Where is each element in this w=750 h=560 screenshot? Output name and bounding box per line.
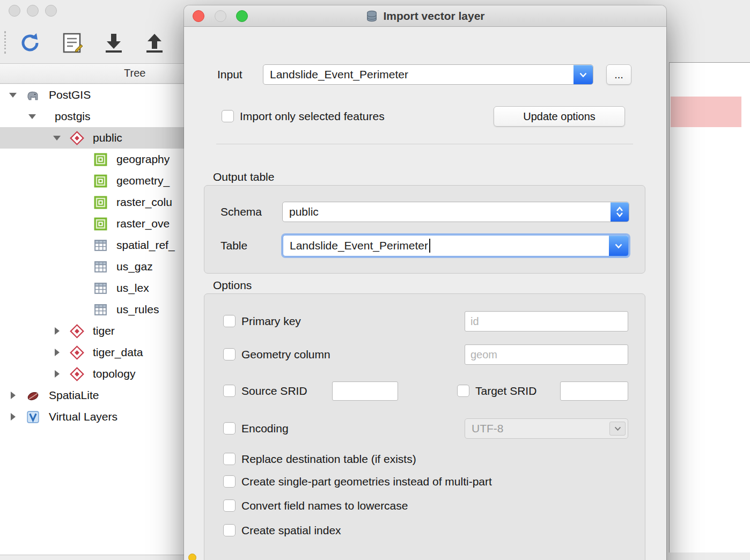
- zoom-button[interactable]: [236, 10, 248, 22]
- close-button[interactable]: [193, 10, 204, 22]
- geometry-table-icon: [93, 174, 108, 188]
- expand-triangle-icon[interactable]: [53, 370, 61, 378]
- dialog-titlebar[interactable]: Import vector layer: [184, 5, 666, 27]
- expand-triangle-icon[interactable]: [53, 327, 61, 335]
- import-vector-layer-dialog: Import vector layer Input Landslide_Even…: [184, 5, 666, 560]
- tree-item-label: raster_colu: [116, 196, 172, 209]
- expand-triangle-icon[interactable]: [53, 348, 61, 357]
- table-combo[interactable]: Landslide_Event_Perimeter: [283, 235, 629, 256]
- schema-label: Schema: [220, 205, 262, 219]
- database-icon: [365, 10, 378, 23]
- tree-item-label: SpatiaLite: [49, 389, 99, 402]
- refresh-icon: [18, 31, 42, 55]
- tree-item-label: us_gaz: [116, 260, 153, 273]
- schema-icon: [70, 367, 84, 381]
- collapse-triangle-icon[interactable]: [28, 112, 36, 121]
- schema-combo[interactable]: public: [282, 202, 629, 222]
- tree-item-label: Virtual Layers: [49, 410, 117, 423]
- toolbar-drag-handle[interactable]: [4, 31, 8, 54]
- export-file-button[interactable]: [141, 29, 168, 57]
- primary-key-label: Primary key: [241, 314, 301, 328]
- chevron-down-icon: [609, 422, 626, 436]
- table-icon: [93, 303, 108, 317]
- tree-item-label: topology: [93, 367, 135, 380]
- text-cursor: [429, 239, 430, 253]
- input-combo-value: Landslide_Event_Perimeter: [263, 68, 408, 81]
- export-arrow-up-icon: [142, 31, 167, 55]
- virtual-layers-icon: [26, 410, 40, 424]
- tree-item-label: postgis: [55, 110, 91, 123]
- tree-item-label: us_rules: [116, 303, 159, 316]
- single-part-label: Create single-part geometries instead of…: [241, 475, 492, 489]
- update-options-button[interactable]: Update options: [494, 106, 625, 127]
- collapse-triangle-icon[interactable]: [53, 134, 61, 142]
- geometry-table-icon: [93, 217, 108, 231]
- tree-item-label: raster_ove: [116, 217, 170, 230]
- refresh-button[interactable]: [16, 29, 44, 57]
- table-icon: [93, 238, 108, 253]
- target-srid-input[interactable]: [560, 381, 628, 401]
- alert-panel: [671, 97, 741, 127]
- encoding-checkbox[interactable]: [223, 422, 236, 434]
- schema-combo-value: public: [283, 205, 319, 218]
- expand-triangle-icon[interactable]: [9, 391, 17, 400]
- primary-key-checkbox[interactable]: [223, 315, 236, 327]
- table-combo-value: Landslide_Event_Perimeter: [283, 239, 430, 253]
- tree-item-label: spatial_ref_: [116, 239, 175, 252]
- schema-icon: [70, 324, 84, 338]
- input-label: Input: [217, 68, 242, 82]
- encoding-combo: UTF-8: [465, 418, 628, 439]
- encoding-combo-value: UTF-8: [465, 422, 504, 435]
- options-title: Options: [213, 278, 252, 292]
- source-srid-checkbox[interactable]: [223, 385, 236, 397]
- sql-window-button[interactable]: [58, 29, 86, 57]
- import-selected-label: Import only selected features: [240, 109, 385, 123]
- geometry-column-input[interactable]: [465, 344, 628, 365]
- postgis-icon: [26, 88, 40, 102]
- table-icon: [93, 260, 108, 274]
- tree-header-label: Tree: [124, 67, 145, 79]
- target-srid-label: Target SRID: [475, 384, 536, 398]
- schema-icon: [70, 131, 84, 145]
- lowercase-names-label: Convert field names to lowercase: [241, 499, 408, 513]
- options-group: Primary key Geometry column Source SRID …: [204, 293, 645, 560]
- output-table-group: Schema public Table Landslide_Event_Peri…: [204, 185, 645, 274]
- import-selected-checkbox[interactable]: [222, 110, 234, 122]
- dialog-title: Import vector layer: [383, 10, 484, 23]
- output-table-title: Output table: [213, 170, 274, 184]
- yellow-dot-indicator: [188, 554, 196, 560]
- tree-item-label: tiger_data: [93, 346, 143, 359]
- geometry-table-icon: [93, 152, 108, 167]
- sql-window-icon: [60, 31, 84, 55]
- import-layer-button[interactable]: [100, 29, 128, 57]
- target-srid-checkbox[interactable]: [457, 385, 469, 397]
- expand-triangle-icon[interactable]: [9, 412, 17, 421]
- source-srid-label: Source SRID: [241, 384, 307, 398]
- spatial-index-checkbox[interactable]: [223, 524, 236, 536]
- geometry-column-checkbox[interactable]: [223, 348, 236, 360]
- replace-table-checkbox[interactable]: [223, 453, 236, 465]
- minimize-button[interactable]: [215, 10, 226, 22]
- source-srid-input[interactable]: [332, 381, 398, 401]
- tree-item-label: geometry_: [116, 174, 170, 187]
- input-combo[interactable]: Landslide_Event_Perimeter: [263, 64, 593, 85]
- geometry-column-label: Geometry column: [241, 348, 330, 362]
- chevron-down-icon[interactable]: [609, 235, 628, 256]
- status-bar: [0, 555, 185, 560]
- lowercase-names-checkbox[interactable]: [223, 499, 236, 512]
- tree-item-label: geography: [116, 153, 170, 166]
- tree-item-label: us_lex: [116, 282, 149, 294]
- stepper-icon[interactable]: [611, 202, 629, 222]
- single-part-checkbox[interactable]: [223, 475, 236, 488]
- chevron-down-icon[interactable]: [573, 65, 593, 84]
- collapse-triangle-icon[interactable]: [9, 91, 17, 99]
- screen: Tree PostGIS postgis public: [0, 0, 750, 560]
- replace-table-label: Replace destination table (if exists): [241, 452, 416, 466]
- tree-item-label: public: [93, 131, 122, 144]
- browse-button[interactable]: ...: [606, 64, 631, 85]
- tree-item-label: PostGIS: [49, 89, 91, 101]
- primary-key-input[interactable]: [465, 311, 628, 331]
- separator: [216, 144, 633, 144]
- geometry-table-icon: [93, 195, 108, 210]
- spatialite-icon: [26, 388, 40, 403]
